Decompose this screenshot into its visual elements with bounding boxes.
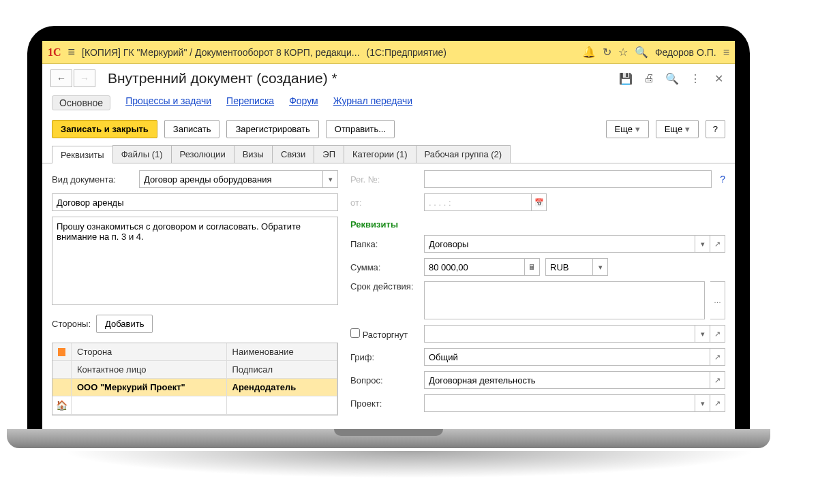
send-button[interactable]: Отправить... (326, 120, 395, 138)
home-icon: 🏠 (56, 400, 67, 411)
save-button[interactable]: Записать (164, 120, 220, 138)
bell-icon[interactable]: 🔔 (582, 46, 596, 59)
tab-workgroup[interactable]: Рабочая группа (2) (416, 145, 511, 163)
more-button-2[interactable]: Еще (656, 120, 699, 138)
section-link[interactable]: Журнал передачи (333, 95, 412, 110)
sum-label: Сумма: (350, 262, 419, 272)
tab-links[interactable]: Связи (272, 145, 314, 163)
window-title: [КОПИЯ] ГК "Меркурий" / Документооборот … (82, 47, 359, 58)
doc-kind-label: Вид документа: (52, 174, 134, 185)
project-field[interactable] (424, 394, 695, 412)
table-row[interactable] (227, 396, 338, 415)
sum-field[interactable]: 80 000,00 (424, 258, 525, 276)
preview-icon[interactable]: 🔍 (664, 70, 680, 86)
tab-resolutions[interactable]: Резолюции (171, 145, 234, 163)
side-cell[interactable]: ООО "Меркурий Проект" (72, 379, 227, 396)
folder-open[interactable]: ↗ (710, 235, 725, 253)
tab-visas[interactable]: Визы (234, 145, 273, 163)
reg-label: Рег. №: (350, 174, 419, 185)
kebab-icon[interactable]: ⋮ (687, 70, 703, 86)
forward-button[interactable]: → (74, 69, 95, 87)
star-icon[interactable]: ☆ (618, 46, 628, 59)
project-open[interactable]: ↗ (710, 394, 725, 412)
note-field[interactable] (52, 217, 338, 305)
page-title: Внутренний документ (создание) * (108, 70, 611, 86)
history-icon[interactable]: ↻ (603, 46, 611, 59)
cancelled-label: Расторгнут (363, 330, 408, 340)
section-link[interactable]: Переписка (226, 95, 274, 110)
save-icon[interactable]: 💾 (618, 70, 634, 86)
doc-title-field[interactable]: Договор аренды (52, 193, 338, 211)
grif-label: Гриф: (350, 352, 419, 362)
doc-kind-dropdown[interactable]: ▾ (323, 170, 338, 188)
cancelled-dropdown[interactable]: ▾ (695, 325, 710, 343)
folder-label: Папка: (350, 239, 419, 249)
cancelled-open[interactable]: ↗ (710, 325, 725, 343)
tab-files[interactable]: Файлы (1) (112, 145, 172, 163)
name-cell[interactable]: Арендодатель (227, 379, 338, 396)
question-open[interactable]: ↗ (710, 371, 725, 389)
cancelled-checkbox[interactable] (350, 328, 360, 338)
section-link[interactable]: Процессы и задачи (125, 95, 211, 110)
folder-field[interactable]: Договоры (424, 235, 695, 253)
grif-field[interactable]: Общий (424, 348, 710, 366)
cancelled-field[interactable] (424, 325, 695, 343)
calendar-icon[interactable]: 📅 (532, 193, 547, 211)
cancelled-row: Расторгнут (350, 328, 419, 340)
question-field[interactable]: Договорная деятельность (424, 371, 710, 389)
date-field[interactable]: . . . . : (424, 193, 532, 211)
col-contact: Контактное лицо (72, 361, 227, 379)
question-label: Вопрос: (350, 375, 419, 385)
section-nav: Основное Процессы и задачи Переписка Фор… (42, 89, 735, 116)
reg-field[interactable] (424, 170, 712, 188)
app-topbar: 1C ≡ [КОПИЯ] ГК "Меркурий" / Документооб… (42, 41, 735, 64)
term-field[interactable] (424, 281, 705, 319)
section-link[interactable]: Форум (289, 95, 318, 110)
register-button[interactable]: Зарегистрировать (226, 120, 318, 138)
col-signed: Подписал (227, 361, 338, 379)
col-name: Наименование (227, 343, 338, 361)
tab-categories[interactable]: Категории (1) (344, 145, 416, 163)
close-icon[interactable]: ✕ (710, 70, 727, 86)
tabs: Реквизиты Файлы (1) Резолюции Визы Связи… (42, 145, 735, 163)
save-close-button[interactable]: Записать и закрыть (52, 120, 157, 138)
help-icon[interactable]: ? (720, 174, 725, 185)
currency-dropdown[interactable]: ▾ (593, 258, 608, 276)
tab-requisites[interactable]: Реквизиты (52, 146, 113, 163)
table-row[interactable] (72, 396, 227, 415)
calculator-icon[interactable]: 🖩 (525, 258, 540, 276)
menu-icon[interactable]: ≡ (68, 45, 76, 59)
section-current[interactable]: Основное (52, 95, 110, 110)
envelope-icon (52, 343, 72, 361)
project-label: Проект: (350, 398, 419, 409)
term-more[interactable]: … (710, 281, 725, 319)
currency-field[interactable]: RUB (545, 258, 593, 276)
app-logo: 1C (48, 46, 61, 59)
project-dropdown[interactable]: ▾ (695, 394, 710, 412)
help-button[interactable]: ? (706, 120, 725, 138)
search-icon[interactable]: 🔍 (635, 46, 648, 59)
back-button[interactable]: ← (50, 69, 72, 87)
product-name: (1С:Предприятие) (367, 47, 446, 58)
add-side-button[interactable]: Добавить (96, 315, 153, 333)
more-button-1[interactable]: Еще (606, 120, 649, 138)
tab-ep[interactable]: ЭП (314, 145, 344, 163)
doc-kind-field[interactable]: Договор аренды оборудования (139, 170, 323, 188)
hamburger-right-icon[interactable]: ≡ (723, 46, 729, 59)
sides-label: Стороны: (52, 319, 91, 329)
sides-table: Сторона Наименование Контактное лицо Под… (52, 343, 338, 415)
current-user[interactable]: Федоров О.П. (655, 47, 716, 58)
grif-open[interactable]: ↗ (710, 348, 725, 366)
print-icon[interactable]: 🖨 (641, 70, 657, 86)
from-label: от: (350, 198, 419, 208)
folder-dropdown[interactable]: ▾ (695, 235, 710, 253)
col-side: Сторона (72, 343, 227, 361)
requisites-heading: Реквизиты (350, 219, 725, 230)
term-label: Срок действия: (350, 281, 419, 292)
